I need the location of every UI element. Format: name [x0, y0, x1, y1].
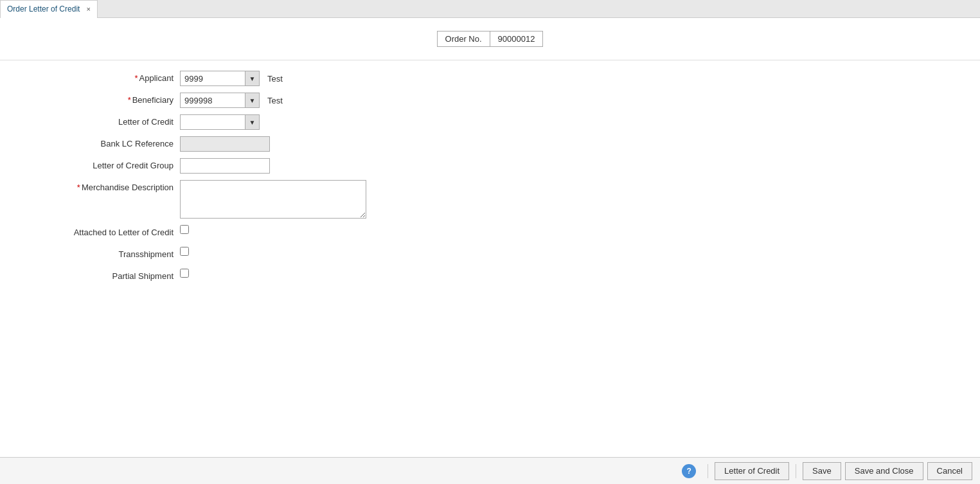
letter-of-credit-select[interactable]: ▼	[180, 114, 260, 130]
save-button[interactable]: Save	[803, 462, 841, 480]
letter-of-credit-group-input[interactable]	[180, 158, 270, 174]
letter-of-credit-button[interactable]: Letter of Credit	[715, 462, 789, 480]
letter-of-credit-group-label: Letter of Credit Group	[39, 158, 180, 174]
bank-lc-reference-input[interactable]	[180, 136, 270, 152]
applicant-select[interactable]: 9999 ▼	[180, 71, 260, 86]
merchandise-description-row: *Merchandise Description	[0, 180, 980, 219]
help-button[interactable]: ?	[682, 464, 696, 478]
divider	[0, 60, 980, 60]
merchandise-description-textarea[interactable]	[180, 180, 366, 219]
tab-bar: Order Letter of Credit ×	[0, 0, 980, 18]
main-content: Order No. 90000012 *Applicant 9999 ▼ Tes…	[0, 18, 980, 484]
tab-order-letter-of-credit[interactable]: Order Letter of Credit ×	[0, 0, 98, 18]
applicant-control: 9999 ▼ Test	[180, 71, 283, 86]
footer-separator-2	[796, 464, 796, 478]
letter-of-credit-group-control	[180, 158, 270, 174]
form-area: Order No. 90000012 *Applicant 9999 ▼ Tes…	[0, 18, 980, 457]
applicant-row: *Applicant 9999 ▼ Test	[0, 71, 980, 86]
attached-row: Attached to Letter of Credit	[0, 225, 980, 240]
beneficiary-hint: Test	[267, 96, 283, 105]
transshipment-label: Transshipment	[39, 247, 180, 262]
applicant-required: *	[134, 73, 138, 83]
beneficiary-select-value: 999998	[181, 93, 245, 107]
applicant-label: *Applicant	[39, 71, 180, 86]
letter-of-credit-value	[181, 115, 245, 129]
partial-shipment-row: Partial Shipment	[0, 269, 980, 284]
bank-lc-reference-label: Bank LC Reference	[39, 136, 180, 152]
save-and-close-button[interactable]: Save and Close	[845, 462, 923, 480]
partial-shipment-checkbox[interactable]	[180, 269, 189, 278]
merchandise-required: *	[77, 183, 80, 192]
merchandise-description-label: *Merchandise Description	[39, 180, 180, 195]
letter-of-credit-control: ▼	[180, 114, 260, 130]
beneficiary-row: *Beneficiary 999998 ▼ Test	[0, 93, 980, 108]
applicant-select-value: 9999	[181, 71, 245, 85]
letter-of-credit-arrow[interactable]: ▼	[245, 115, 259, 129]
beneficiary-dropdown-arrow[interactable]: ▼	[245, 93, 259, 107]
order-no-box: Order No. 90000012	[437, 31, 544, 47]
attached-label: Attached to Letter of Credit	[39, 225, 180, 240]
tab-close-icon[interactable]: ×	[86, 5, 90, 13]
footer-separator	[708, 464, 708, 478]
tab-label: Order Letter of Credit	[7, 4, 80, 13]
merchandise-description-control	[180, 180, 366, 219]
beneficiary-control: 999998 ▼ Test	[180, 93, 283, 108]
bank-lc-reference-row: Bank LC Reference	[0, 136, 980, 152]
partial-shipment-control	[180, 269, 189, 278]
attached-control	[180, 225, 189, 234]
applicant-hint: Test	[267, 74, 283, 84]
beneficiary-label: *Beneficiary	[39, 93, 180, 108]
order-no-value: 90000012	[490, 31, 543, 46]
transshipment-checkbox[interactable]	[180, 247, 189, 256]
footer: ? Letter of Credit Save Save and Close C…	[0, 457, 980, 484]
letter-of-credit-row: Letter of Credit ▼	[0, 114, 980, 130]
partial-shipment-label: Partial Shipment	[39, 269, 180, 284]
transshipment-control	[180, 247, 189, 256]
letter-of-credit-label: Letter of Credit	[39, 114, 180, 130]
order-no-row: Order No. 90000012	[0, 31, 980, 47]
beneficiary-select[interactable]: 999998 ▼	[180, 93, 260, 108]
attached-checkbox[interactable]	[180, 225, 189, 234]
letter-of-credit-group-row: Letter of Credit Group	[0, 158, 980, 174]
order-no-label: Order No.	[438, 31, 490, 46]
cancel-button[interactable]: Cancel	[927, 462, 972, 480]
bank-lc-reference-control	[180, 136, 270, 152]
applicant-dropdown-arrow[interactable]: ▼	[245, 71, 259, 85]
beneficiary-required: *	[128, 95, 131, 105]
transshipment-row: Transshipment	[0, 247, 980, 262]
